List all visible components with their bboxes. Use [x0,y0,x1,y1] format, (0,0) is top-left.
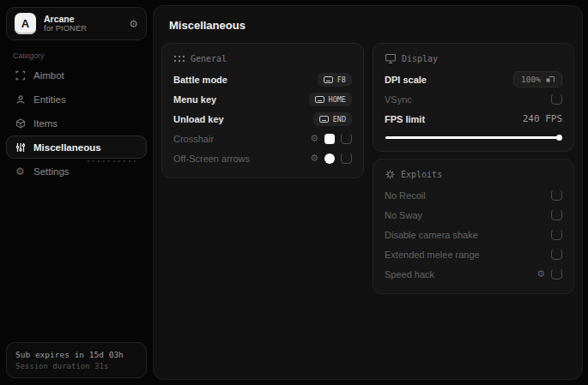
row-label: Unload key [173,114,313,124]
arrows-color-swatch[interactable] [324,153,335,164]
row-label: Menu key [173,94,309,105]
page-title: Miscellaneous [169,19,574,32]
no-recoil-row: No Recoil [385,185,562,205]
gear-icon: ⚙ [15,165,26,177]
unload-keybind[interactable]: END [313,112,352,126]
battle-mode-keybind[interactable]: F8 [318,73,352,87]
brand-card: A Arcane for PIONER ⚙ [6,7,147,40]
menu-keybind[interactable]: HOME [309,93,352,106]
crosshair-row: Crosshair ⚙ [173,129,352,148]
gear-icon[interactable]: ⚙ [310,153,318,163]
row-label: Crosshair [173,134,310,144]
session-duration-text: Session duration 31s [15,362,137,370]
row-label: Off-Screen arrows [173,153,310,164]
fps-slider-fill [385,136,561,139]
general-panel: General Battle mode F8 [161,43,364,178]
menu-key-row: Menu key HOME [173,89,352,109]
entities-icon [15,94,26,105]
panel-header-label: Display [402,54,438,63]
sidebar-item-aimbot[interactable]: Aimbot [6,63,147,87]
row-label: No Recoil [385,190,551,201]
dpi-scale-row: DPI scale 100% [385,69,562,89]
row-label: Speed hack [385,269,536,280]
gear-icon[interactable]: ⚙ [536,269,545,279]
speed-hack-checkbox[interactable] [551,268,562,280]
sidebar-nav: Aimbot Entities Items [6,63,147,183]
unload-key-row: Unload key END [173,109,352,129]
panel-header-label: General [191,54,227,63]
row-label: Battle mode [173,75,318,85]
crosshair-color-swatch[interactable] [324,134,335,144]
offscreen-arrows-row: Off-Screen arrows ⚙ [173,148,352,168]
sidebar-item-label: Aimbot [33,70,64,81]
scale-icon [546,75,555,84]
sub-expiry-text: Sub expires in 15d 03h [15,350,137,359]
brand-subtitle: for PIONER [44,24,121,33]
no-recoil-checkbox[interactable] [551,189,562,201]
sidebar-item-label: Miscellaneous [33,142,101,153]
fps-limit-value: 240 FPS [523,113,562,124]
category-label: Category [13,51,147,60]
keyboard-icon [324,76,333,83]
row-label: DPI scale [385,75,513,85]
fps-limit-slider[interactable] [385,136,561,139]
row-label: Disable camera shake [385,230,551,240]
sidebar-item-settings[interactable]: ⚙ Settings [6,159,147,183]
monitor-icon [385,54,396,63]
scan-icon [15,70,26,81]
sidebar-item-items[interactable]: Items [6,111,147,135]
row-label: Extended melee range [385,250,551,260]
bug-icon [385,170,395,179]
dpi-scale-select[interactable]: 100% [513,71,562,87]
sidebar-item-label: Entities [33,94,66,105]
sidebar-item-entities[interactable]: Entities [6,87,147,111]
gear-icon[interactable]: ⚙ [129,18,138,30]
subscription-info-card: Sub expires in 15d 03h Session duration … [6,342,147,378]
display-panel: Display DPI scale 100% [373,43,574,152]
no-sway-row: No Sway [385,205,562,225]
sidebar-item-label: Settings [33,166,70,177]
panel-header-label: Exploits [401,170,442,179]
grid-dots-icon [174,56,185,63]
battle-mode-row: Battle mode F8 [173,69,352,89]
arrows-checkbox[interactable] [341,153,352,164]
sliders-icon [15,142,26,153]
speed-hack-row: Speed hack ⚙ [385,264,562,284]
app-logo: A [15,13,36,34]
items-icon [15,118,26,129]
sidebar-item-miscellaneous[interactable]: Miscellaneous [6,135,147,159]
fps-slider-knob[interactable] [556,135,562,141]
sidebar: A Arcane for PIONER ⚙ Category Aimbot [0,0,153,385]
exploits-panel: Exploits No Recoil No Sway Disable camer… [373,159,574,294]
sidebar-item-label: Items [33,118,58,129]
melee-range-checkbox[interactable] [551,249,562,260]
keyboard-icon [315,96,324,103]
row-label: FPS limit [385,114,523,124]
crosshair-checkbox[interactable] [341,133,352,144]
disable-camera-shake-row: Disable camera shake [385,225,562,244]
main-panel: Miscellaneous General B [153,5,583,380]
camera-shake-checkbox[interactable] [551,229,562,240]
extended-melee-range-row: Extended melee range [385,244,562,264]
vsync-row: VSync [385,89,562,109]
row-label: No Sway [385,210,551,220]
row-label: VSync [385,94,551,105]
gear-icon[interactable]: ⚙ [310,134,318,143]
no-sway-checkbox[interactable] [551,209,562,220]
keyboard-icon [319,116,329,123]
fps-limit-row: FPS limit 240 FPS [385,109,562,129]
vsync-checkbox[interactable] [551,93,562,105]
app-window: A Arcane for PIONER ⚙ Category Aimbot [0,0,588,385]
